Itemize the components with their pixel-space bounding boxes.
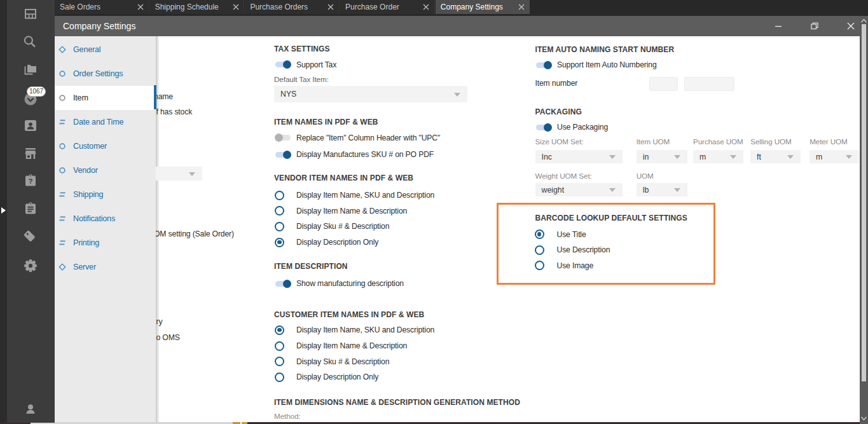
svg-text:?: ? — [29, 177, 33, 185]
